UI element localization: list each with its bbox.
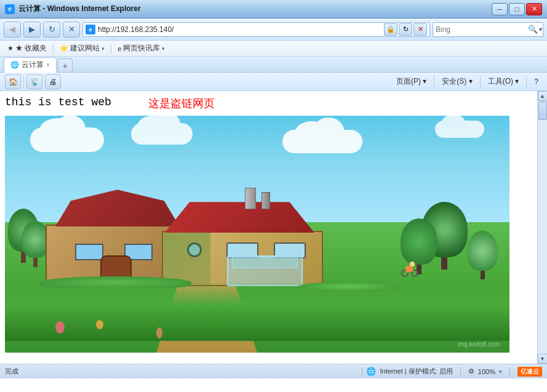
foreground-grass (5, 282, 509, 341)
feed-item[interactable]: e 网页快讯库 ▾ (115, 42, 167, 55)
scroll-up-button[interactable]: ▲ (538, 91, 548, 101)
content-area: this is test web 这是盗链网页 (0, 91, 537, 364)
flower-2 (96, 320, 103, 329)
suggested-sites-item[interactable]: ⭐ 建议网站 ▾ (57, 42, 107, 55)
help-button[interactable]: ? (530, 76, 542, 87)
zoom-dropdown[interactable]: ▾ (499, 369, 502, 375)
internet-icon: 🌐 (366, 367, 376, 376)
address-bar: ◀ ▶ ↻ ✕ e 🔒 ↻ ✕ 🔍 ▼ (0, 18, 547, 41)
security-menu-button[interactable]: 安全(S) ▾ (438, 75, 476, 88)
search-input[interactable] (436, 25, 528, 34)
cloud-3 (282, 130, 362, 153)
toolbar: 🏠 📡 🖨 页面(P) ▾ 安全(S) ▾ 工具(O) ▾ ? (0, 73, 547, 91)
tab-label: 云计算 (22, 60, 44, 70)
feed-label: 网页快讯库 (123, 43, 160, 54)
toolbar-divider-1 (434, 76, 434, 88)
tab-icon: 🌐 (10, 61, 19, 69)
zoom-icon: ⚙ (468, 367, 474, 375)
status-connection-text: Internet | 保护模式: 启用 (380, 367, 452, 376)
print-button[interactable]: 🖨 (45, 74, 61, 89)
chimney-1 (245, 188, 256, 209)
title-bar-text: 云计算 - Windows Internet Explorer (18, 4, 492, 14)
toolbar-divider-3 (526, 76, 527, 88)
stop-small-button[interactable]: ✕ (413, 23, 427, 36)
tab-close-button[interactable]: × (46, 62, 50, 68)
page-text-row: this is test web 这是盗链网页 (5, 96, 532, 111)
page-menu-button[interactable]: 页面(P) ▾ (393, 75, 430, 88)
page-warning-text: 这是盗链网页 (148, 96, 215, 111)
tools-menu-button[interactable]: 工具(O) ▾ (484, 75, 523, 88)
tab-bar: 🌐 云计算 × + (0, 57, 547, 73)
status-bar: 完成 🌐 Internet | 保护模式: 启用 ⚙ 100% ▾ 亿速云 (0, 364, 547, 378)
window-controls: ─ □ ✕ (492, 3, 542, 15)
content-wrapper: this is test web 这是盗链网页 (0, 91, 547, 364)
minimize-button[interactable]: ─ (492, 3, 508, 15)
new-tab-button[interactable]: + (58, 58, 73, 72)
scroll-track[interactable] (538, 101, 547, 354)
zoom-text: 100% (478, 368, 495, 375)
home-button[interactable]: 🏠 (5, 74, 21, 89)
status-done-text: 完成 (5, 367, 358, 376)
refresh-small-button[interactable]: ↻ (399, 23, 412, 36)
cloud-4 (435, 121, 484, 138)
watermark-text: img.kedo8.com (458, 341, 500, 348)
forward-button[interactable]: ▶ (23, 22, 41, 38)
scroll-down-button[interactable]: ▼ (538, 354, 548, 364)
refresh-button[interactable]: ↻ (43, 22, 60, 38)
suggested-arrow-icon: ▾ (102, 46, 105, 52)
cyclist (401, 265, 418, 277)
address-input[interactable] (98, 25, 381, 34)
feed-arrow-icon: ▾ (162, 46, 165, 52)
ie-icon: e (5, 4, 15, 14)
status-divider-1 (362, 367, 362, 377)
page-icon: e (86, 25, 95, 34)
status-divider-2 (460, 367, 461, 377)
status-right: 🌐 Internet | 保护模式: 启用 ⚙ 100% ▾ 亿速云 (366, 367, 542, 377)
scroll-thumb[interactable] (538, 102, 547, 120)
title-bar: e 云计算 - Windows Internet Explorer ─ □ ✕ (0, 0, 547, 18)
chimney-2 (262, 192, 270, 209)
scrollbar: ▲ ▼ (537, 91, 547, 364)
feed-icon: e (118, 45, 121, 52)
favorites-label: ★ 收藏夹 (15, 43, 47, 54)
suggested-label: 建议网站 (70, 43, 100, 54)
ssl-icon[interactable]: 🔒 (384, 23, 397, 36)
star-icon: ★ (7, 44, 14, 52)
status-divider-3 (509, 367, 510, 377)
rss-button[interactable]: 📡 (26, 74, 42, 89)
cloud-2 (131, 123, 193, 145)
suggested-icon: ⭐ (60, 44, 68, 52)
maximize-button[interactable]: □ (509, 3, 525, 15)
search-dropdown[interactable]: ▼ (538, 26, 543, 33)
page-image: img.kedo8.com (5, 116, 509, 353)
active-tab[interactable]: 🌐 云计算 × (4, 57, 57, 73)
close-button[interactable]: ✕ (526, 3, 542, 15)
favorites-bar: ★ ★ 收藏夹 ⭐ 建议网站 ▾ e 网页快讯库 ▾ (0, 41, 547, 57)
back-button[interactable]: ◀ (4, 22, 21, 38)
brand-logo: 亿速云 (517, 367, 542, 377)
page-main-text: this is test web (5, 96, 111, 111)
stop-button[interactable]: ✕ (63, 22, 80, 38)
tree-right-3 (466, 231, 500, 279)
toolbar-divider-2 (480, 76, 481, 88)
address-box: e 🔒 ↻ ✕ (82, 22, 430, 37)
search-box: 🔍 ▼ (433, 22, 543, 37)
search-button[interactable]: 🔍 (528, 23, 538, 36)
cloud-1 (30, 127, 104, 152)
favorites-button[interactable]: ★ ★ 收藏夹 (5, 42, 49, 55)
flower-3 (156, 327, 162, 338)
